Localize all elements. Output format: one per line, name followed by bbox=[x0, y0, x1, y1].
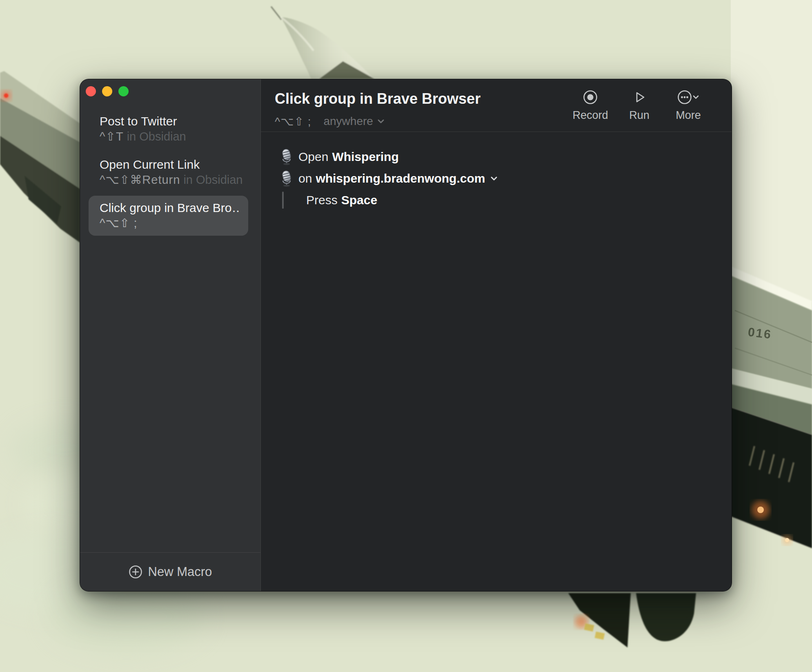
jet-number-marking: 016 bbox=[747, 325, 773, 342]
macro-shortcut-line: ^⇧Tin Obsidian bbox=[100, 129, 240, 143]
sidebar-item-click-group-in-brave[interactable]: Click group in Brave Bro… ^⌥⇧ ; bbox=[89, 196, 248, 236]
close-button[interactable] bbox=[86, 86, 96, 96]
macro-header: Click group in Brave Browser ^⌥⇧ ; anywh… bbox=[261, 79, 732, 132]
ellipsis-circle-chevron-icon bbox=[676, 89, 700, 105]
step-press-space[interactable]: PressSpace bbox=[261, 189, 732, 211]
jet-tail-below-window bbox=[568, 593, 696, 647]
new-macro-label: New Macro bbox=[148, 565, 212, 579]
sidebar-item-open-current-link[interactable]: Open Current Link ^⌥⇧⌘Returnin Obsidian bbox=[89, 152, 248, 192]
play-icon bbox=[631, 89, 647, 105]
keysmith-app-window: Post to Twitter ^⇧Tin Obsidian Open Curr… bbox=[80, 79, 732, 592]
record-label: Record bbox=[572, 109, 608, 122]
microphone-icon bbox=[280, 170, 294, 187]
macro-title: Post to Twitter bbox=[100, 114, 240, 129]
macro-shortcut-line: ^⌥⇧⌘Returnin Obsidian bbox=[100, 173, 240, 187]
new-macro-button[interactable]: New Macro bbox=[126, 564, 215, 580]
macro-title: Click group in Brave Bro… bbox=[100, 201, 240, 215]
indent-guide bbox=[282, 192, 284, 209]
macro-shortcut-line: ^⌥⇧ ; bbox=[100, 216, 240, 230]
step-open-app[interactable]: OpenWhispering bbox=[261, 146, 732, 167]
jet-left bbox=[0, 71, 80, 243]
jet-right bbox=[731, 0, 812, 548]
zoom-button[interactable] bbox=[118, 86, 129, 96]
macro-steps: OpenWhispering bbox=[261, 132, 732, 211]
macro-sidebar: Post to Twitter ^⇧Tin Obsidian Open Curr… bbox=[80, 79, 261, 591]
scope-label: anywhere bbox=[323, 115, 373, 128]
step-text: onwhispering.bradenwong.com bbox=[298, 172, 485, 185]
sidebar-item-post-to-twitter[interactable]: Post to Twitter ^⇧Tin Obsidian bbox=[89, 109, 248, 149]
plus-circle-icon bbox=[129, 565, 142, 579]
minimize-button[interactable] bbox=[102, 86, 112, 96]
step-on-site-dropdown[interactable]: onwhispering.bradenwong.com bbox=[261, 167, 732, 189]
shortcut-keys: ^⌥⇧⌘Return bbox=[100, 173, 180, 186]
jet-nose-top bbox=[271, 7, 374, 79]
shortcut-keys: ^⇧T bbox=[100, 130, 124, 143]
run-label: Run bbox=[629, 109, 650, 122]
more-button[interactable]: More bbox=[668, 89, 709, 122]
macro-detail-panel: Click group in Brave Browser ^⌥⇧ ; anywh… bbox=[261, 79, 732, 591]
more-label: More bbox=[676, 109, 701, 122]
chevron-down-icon bbox=[490, 176, 498, 181]
macro-list: Post to Twitter ^⇧Tin Obsidian Open Curr… bbox=[80, 96, 260, 552]
macro-title: Open Current Link bbox=[100, 157, 240, 172]
window-controls bbox=[80, 79, 260, 96]
step-text: PressSpace bbox=[306, 193, 377, 207]
macro-shortcut: ^⌥⇧ ; bbox=[275, 115, 311, 128]
header-actions: Record Run bbox=[570, 89, 709, 122]
step-text: OpenWhispering bbox=[298, 150, 399, 164]
shortcut-keys: ^⌥⇧ ; bbox=[100, 217, 137, 230]
shortcut-context: in Obsidian bbox=[183, 173, 242, 186]
run-button[interactable]: Run bbox=[619, 89, 660, 122]
chevron-down-icon bbox=[377, 119, 385, 124]
new-macro-bar: New Macro bbox=[80, 552, 260, 591]
scope-dropdown[interactable]: anywhere bbox=[321, 114, 387, 128]
record-icon bbox=[582, 89, 598, 105]
shortcut-context: in Obsidian bbox=[127, 130, 186, 143]
record-button[interactable]: Record bbox=[570, 89, 611, 122]
microphone-icon bbox=[280, 148, 294, 165]
